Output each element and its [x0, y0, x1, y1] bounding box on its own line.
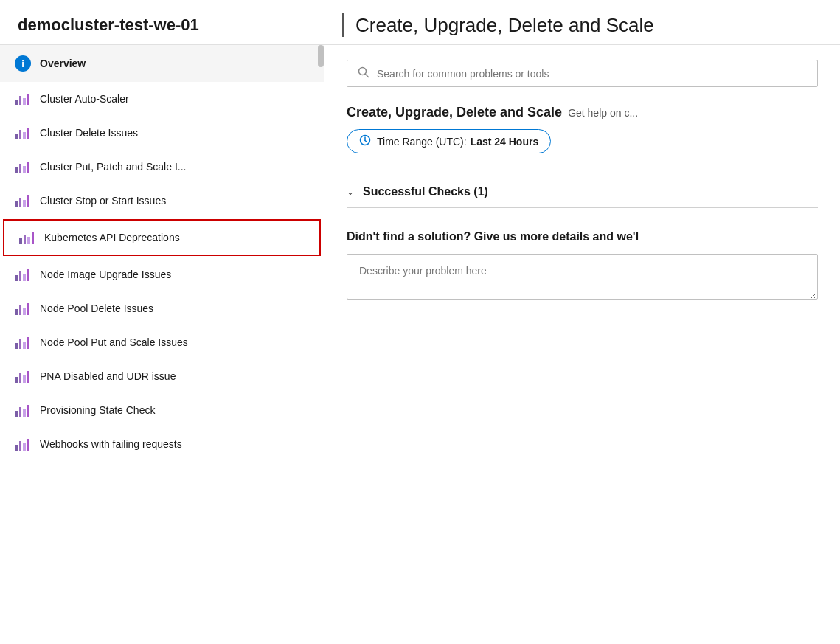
successful-checks-section: ⌄ Successful Checks (1): [347, 176, 818, 208]
sidebar-item-kubernetes-api-deprecations[interactable]: Kubernetes API Deprecations: [3, 219, 321, 256]
bar-chart-icon: [15, 126, 29, 139]
sidebar-item-node-image-upgrade[interactable]: Node Image Upgrade Issues: [0, 257, 324, 291]
sidebar-item-label: Webhooks with failing requests: [40, 438, 182, 450]
page-header: democluster-test-we-01 Create, Upgrade, …: [0, 0, 840, 45]
scrollbar[interactable]: [318, 45, 324, 67]
sidebar-item-cluster-stop-start[interactable]: Cluster Stop or Start Issues: [0, 184, 324, 218]
bar-chart-icon: [15, 370, 29, 383]
time-range-button[interactable]: Time Range (UTC): Last 24 Hours: [347, 129, 551, 153]
bar-chart-icon: [15, 437, 29, 451]
sidebar-item-label: Provisioning State Check: [40, 404, 155, 416]
sidebar-item-label: Cluster Auto-Scaler: [40, 93, 129, 105]
header-divider: [342, 13, 344, 37]
bar-chart-icon: [15, 194, 29, 207]
sidebar-item-pna-disabled-udr[interactable]: PNA Disabled and UDR issue: [0, 359, 324, 393]
page-title: Create, Upgrade, Delete and Scale: [355, 14, 654, 37]
chevron-down-icon: ⌄: [347, 187, 354, 197]
describe-textarea[interactable]: [347, 254, 818, 300]
clock-icon: [359, 134, 371, 148]
time-range-value: Last 24 Hours: [471, 136, 539, 148]
sidebar-item-label: Overview: [40, 58, 86, 69]
bar-chart-icon: [15, 160, 29, 173]
section-subtitle: Get help on c...: [568, 107, 638, 119]
sidebar-item-provisioning-state-check[interactable]: Provisioning State Check: [0, 393, 324, 427]
bar-chart-icon: [15, 302, 29, 315]
bar-chart-icon: [15, 92, 29, 105]
no-solution-title: Didn't find a solution? Give us more det…: [347, 230, 818, 243]
bar-chart-icon: [15, 336, 29, 349]
successful-checks-toggle[interactable]: ⌄ Successful Checks (1): [347, 176, 818, 208]
sidebar-item-label: Cluster Delete Issues: [40, 127, 138, 139]
sidebar-item-node-pool-delete[interactable]: Node Pool Delete Issues: [0, 291, 324, 325]
no-solution-section: Didn't find a solution? Give us more det…: [347, 230, 818, 302]
sidebar-item-label: Node Pool Delete Issues: [40, 302, 153, 314]
sidebar-item-cluster-put-patch[interactable]: Cluster Put, Patch and Scale I...: [0, 150, 324, 184]
sidebar-item-label: Node Image Upgrade Issues: [40, 269, 171, 280]
sidebar-item-cluster-delete-issues[interactable]: Cluster Delete Issues: [0, 116, 324, 150]
search-icon: [358, 66, 369, 80]
sidebar-item-cluster-auto-scaler[interactable]: Cluster Auto-Scaler: [0, 82, 324, 116]
section-title: Create, Upgrade, Delete and Scale: [347, 105, 562, 120]
sidebar-item-label: Node Pool Put and Scale Issues: [40, 336, 188, 348]
svg-line-1: [366, 75, 369, 77]
sidebar-item-label: Kubernetes API Deprecations: [44, 232, 180, 243]
sidebar-item-overview[interactable]: i Overview: [0, 45, 324, 82]
search-input[interactable]: [377, 68, 807, 80]
bar-chart-icon: [15, 268, 29, 281]
bar-chart-icon: [15, 404, 29, 417]
content-area: Create, Upgrade, Delete and Scale Get he…: [324, 45, 840, 644]
sidebar: i Overview Cluster Auto-Scaler Cluster D…: [0, 45, 324, 644]
sidebar-item-label: Cluster Stop or Start Issues: [40, 195, 166, 207]
search-bar[interactable]: [347, 60, 818, 87]
bar-chart-icon: [19, 231, 34, 244]
resource-name: democluster-test-we-01: [18, 15, 342, 35]
sidebar-item-node-pool-put-scale[interactable]: Node Pool Put and Scale Issues: [0, 325, 324, 359]
sidebar-item-webhooks-failing[interactable]: Webhooks with failing requests: [0, 427, 324, 461]
successful-checks-title: Successful Checks (1): [363, 185, 488, 198]
main-layout: i Overview Cluster Auto-Scaler Cluster D…: [0, 45, 840, 644]
sidebar-item-label: PNA Disabled and UDR issue: [40, 370, 176, 382]
info-icon: i: [15, 55, 31, 72]
time-range-label: Time Range (UTC):: [377, 136, 467, 148]
sidebar-item-label: Cluster Put, Patch and Scale I...: [40, 161, 186, 173]
svg-line-4: [365, 141, 367, 142]
